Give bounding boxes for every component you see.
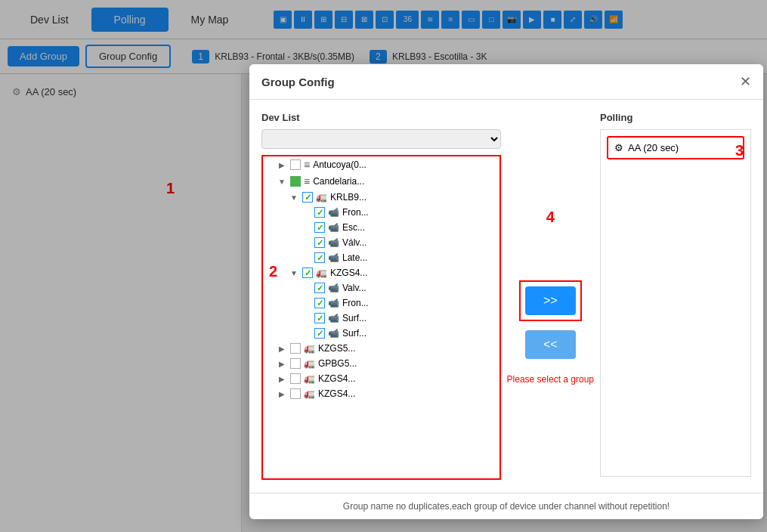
footer-note: Group name no duplicates,each group of d… (343, 501, 670, 512)
tree-checkbox-15[interactable] (290, 388, 301, 399)
tree-item-10[interactable]: ✓📹Surf... (263, 311, 499, 326)
tree-icon-2: 🚛 (316, 192, 327, 203)
modal-body: Dev List ▶≡Antucoya(0...▼≡Candelaria...▼… (249, 100, 763, 493)
tree-label-2: KRLB9... (330, 192, 366, 203)
tree-label-7: KZGS4... (330, 268, 367, 278)
tree-checkbox-2[interactable]: ✓ (302, 192, 313, 203)
tree-icon-10: 📹 (328, 313, 339, 323)
tree-icon-7: 🚛 (316, 268, 327, 278)
label-number-3: 3 (735, 142, 744, 159)
tree-arrow-15: ▶ (277, 388, 287, 399)
tree-item-12[interactable]: ▶🚛KZGS5... (263, 341, 499, 356)
tree-item-4[interactable]: ✓📹Esc... (263, 220, 499, 235)
tree-checkbox-1[interactable] (290, 176, 301, 187)
tree-arrow-4 (301, 222, 311, 233)
polling-section: Polling ⚙ AA (20 sec) 3 (600, 112, 751, 481)
label-number-2: 2 (269, 263, 277, 280)
tree-icon-1: ≡ (304, 175, 310, 187)
tree-icon-13: 🚛 (304, 358, 315, 369)
polling-item-label: AA (20 sec) (628, 142, 679, 153)
tree-arrow-13: ▶ (277, 358, 287, 369)
forward-btn-outline: >> (519, 280, 582, 321)
tree-checkbox-9[interactable]: ✓ (314, 298, 325, 308)
dev-list-section: Dev List ▶≡Antucoya(0...▼≡Candelaria...▼… (261, 112, 501, 481)
tree-item-13[interactable]: ▶🚛GPBG5... (263, 356, 499, 371)
tree-item-1[interactable]: ▼≡Candelaria... (263, 173, 499, 190)
tree-label-11: Surf... (342, 328, 366, 339)
tree-item-7[interactable]: ▼✓🚛KZGS4... (263, 265, 499, 280)
polling-group-item[interactable]: ⚙ AA (20 sec) (607, 136, 744, 159)
tree-arrow-8 (301, 283, 311, 293)
tree-checkbox-13[interactable] (290, 358, 301, 369)
tree-label-13: GPBG5... (318, 358, 357, 369)
tree-icon-12: 🚛 (304, 343, 315, 354)
label-number-4: 4 (546, 209, 555, 226)
tree-checkbox-11[interactable]: ✓ (314, 328, 325, 339)
tree-label-15: KZGS4... (318, 388, 355, 399)
tree-label-8: Valv... (342, 283, 366, 293)
tree-arrow-3 (301, 207, 311, 218)
tree-item-8[interactable]: ✓📹Valv... (263, 280, 499, 295)
tree-label-10: Surf... (342, 313, 366, 323)
tree-icon-9: 📹 (328, 298, 339, 308)
tree-label-6: Late... (342, 252, 367, 263)
tree-container[interactable]: ▶≡Antucoya(0...▼≡Candelaria...▼✓🚛KRLB9..… (261, 155, 501, 480)
tree-icon-11: 📹 (328, 328, 339, 339)
select-message: Please select a group (507, 374, 594, 385)
tree-item-9[interactable]: ✓📹Fron... (263, 295, 499, 311)
tree-icon-5: 📹 (328, 237, 339, 248)
tree-checkbox-6[interactable]: ✓ (314, 252, 325, 263)
tree-checkbox-0[interactable] (290, 159, 301, 170)
modal-footer: Group name no duplicates,each group of d… (249, 493, 763, 519)
tree-arrow-7: ▼ (289, 268, 299, 278)
tree-arrow-9 (301, 298, 311, 308)
tree-item-2[interactable]: ▼✓🚛KRLB9... (263, 190, 499, 205)
tree-arrow-6 (301, 252, 311, 263)
tree-arrow-10 (301, 313, 311, 323)
tree-arrow-5 (301, 237, 311, 248)
tree-checkbox-10[interactable]: ✓ (314, 313, 325, 323)
tree-checkbox-7[interactable]: ✓ (302, 268, 313, 278)
tree-checkbox-12[interactable] (290, 343, 301, 354)
tree-arrow-11 (301, 328, 311, 339)
tree-arrow-1: ▼ (277, 176, 287, 187)
polling-title: Polling (600, 112, 751, 123)
tree-item-11[interactable]: ✓📹Surf... (263, 326, 499, 341)
tree-checkbox-5[interactable]: ✓ (314, 237, 325, 248)
polling-gear-icon: ⚙ (614, 142, 623, 153)
tree-item-0[interactable]: ▶≡Antucoya(0... (263, 156, 499, 173)
tree-icon-8: 📹 (328, 283, 339, 293)
tree-label-4: Esc... (342, 222, 365, 233)
tree-icon-15: 🚛 (304, 388, 315, 399)
dev-list-select[interactable] (261, 129, 501, 149)
group-config-modal: Group Config ✕ Dev List ▶≡Antucoya(0...▼… (249, 64, 763, 519)
tree-arrow-14: ▶ (277, 373, 287, 384)
tree-checkbox-4[interactable]: ✓ (314, 222, 325, 233)
tree-label-9: Fron... (342, 298, 369, 308)
tree-label-14: KZGS4... (318, 373, 355, 384)
tree-arrow-2: ▼ (289, 192, 299, 203)
tree-checkbox-14[interactable] (290, 373, 301, 384)
modal-close-button[interactable]: ✕ (740, 73, 751, 90)
tree-label-0: Antucoya(0... (313, 159, 366, 170)
tree-item-14[interactable]: ▶🚛KZGS4... (263, 371, 499, 386)
forward-button[interactable]: >> (525, 286, 576, 315)
tree-item-3[interactable]: ✓📹Fron... (263, 205, 499, 220)
dev-list-title: Dev List (261, 112, 501, 123)
tree-checkbox-3[interactable]: ✓ (314, 207, 325, 218)
tree-icon-4: 📹 (328, 222, 339, 233)
middle-buttons-section: 4 >> << Please select a group (501, 112, 600, 481)
tree-item-6[interactable]: ✓📹Late... (263, 250, 499, 265)
tree-label-12: KZGS5... (318, 343, 355, 354)
modal-title: Group Config (261, 76, 335, 88)
tree-icon-0: ≡ (304, 159, 310, 171)
tree-icon-3: 📹 (328, 207, 339, 218)
tree-item-15[interactable]: ▶🚛KZGS4... (263, 386, 499, 401)
tree-icon-14: 🚛 (304, 373, 315, 384)
tree-label-5: Válv... (342, 237, 366, 248)
tree-label-1: Candelaria... (313, 176, 364, 187)
back-button[interactable]: << (525, 330, 576, 359)
tree-checkbox-8[interactable]: ✓ (314, 283, 325, 293)
tree-item-5[interactable]: ✓📹Válv... (263, 235, 499, 250)
tree-arrow-0: ▶ (277, 159, 287, 170)
